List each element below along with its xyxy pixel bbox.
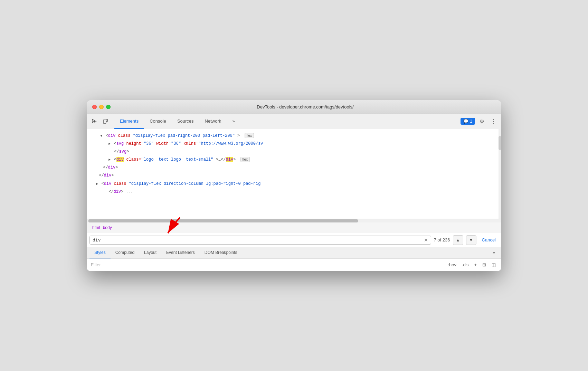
- devtools-window: DevTools - developer.chrome.com/tags/dev…: [87, 100, 501, 271]
- title-bar: DevTools - developer.chrome.com/tags/dev…: [87, 100, 501, 114]
- breadcrumb-body[interactable]: body: [102, 225, 113, 231]
- triangle-7: ▶: [96, 182, 98, 186]
- flex-badge-2: flex: [240, 157, 250, 162]
- search-bar: ✕ 7 of 236 ▲ ▼ Cancel: [87, 233, 501, 247]
- scrollbar-thumb: [499, 136, 501, 150]
- search-prev-button[interactable]: ▲: [453, 235, 463, 245]
- tab-elements[interactable]: Elements: [114, 114, 144, 129]
- dom-line-1[interactable]: ▼ <div class="display-flex pad-right-200…: [87, 132, 501, 140]
- traffic-lights: [92, 105, 111, 109]
- devtools-toolbar: Elements Console Sources Network » 💬 1 ⚙…: [87, 114, 501, 129]
- triangle-4: ▶: [108, 158, 111, 162]
- triangle-1: ▼: [100, 134, 102, 138]
- dom-line-7[interactable]: ▶ <div class="display-flex direction-col…: [87, 180, 501, 188]
- window-title: DevTools - developer.chrome.com/tags/dev…: [115, 104, 496, 110]
- tab-more[interactable]: »: [227, 114, 240, 129]
- device-icon[interactable]: [101, 116, 110, 126]
- dom-panel: ▼ <div class="display-flex pad-right-200…: [87, 129, 501, 219]
- search-count: 7 of 236: [434, 237, 450, 242]
- hov-button[interactable]: :hov: [446, 261, 458, 268]
- breadcrumb-html[interactable]: html: [91, 225, 102, 231]
- search-clear-icon[interactable]: ✕: [424, 237, 428, 243]
- comment-icon: 💬: [463, 119, 468, 124]
- plus-icon: +: [474, 262, 477, 267]
- filter-actions: :hov .cls + ⊞ ◫: [446, 261, 497, 268]
- tab-dom-breakpoints[interactable]: DOM Breakpoints: [200, 247, 242, 258]
- comment-badge[interactable]: 💬 1: [461, 118, 475, 125]
- sidebar-toggle-button[interactable]: ◫: [490, 261, 497, 268]
- search-input[interactable]: [93, 237, 422, 242]
- tab-network[interactable]: Network: [199, 114, 227, 129]
- search-input-wrapper: ✕: [89, 236, 431, 245]
- tab-more-bottom[interactable]: »: [489, 247, 499, 258]
- tab-sources[interactable]: Sources: [172, 114, 199, 129]
- devtools-tabs: Elements Console Sources Network »: [114, 114, 461, 129]
- vertical-scrollbar[interactable]: [499, 129, 501, 219]
- dom-line-4[interactable]: ▶ <div class="logo__text logo__text-smal…: [87, 156, 501, 164]
- comment-count: 1: [470, 119, 472, 124]
- horizontal-scrollbar-thumb: [88, 219, 358, 222]
- search-next-button[interactable]: ▼: [466, 235, 476, 245]
- close-button[interactable]: [92, 105, 97, 109]
- bottom-panel: Styles Computed Layout Event Listeners D…: [87, 247, 501, 271]
- triangle-2: ▶: [108, 142, 111, 146]
- tab-layout[interactable]: Layout: [139, 247, 161, 258]
- force-icon: ⊞: [482, 262, 486, 267]
- toolbar-icons: [89, 116, 110, 126]
- filter-bar: Filter :hov .cls + ⊞ ◫: [87, 259, 501, 271]
- filter-label: Filter: [91, 262, 444, 267]
- dom-line-8[interactable]: </div> ...: [87, 188, 501, 196]
- cls-button[interactable]: .cls: [461, 261, 470, 268]
- horizontal-scrollbar[interactable]: [87, 219, 501, 222]
- tab-computed[interactable]: Computed: [111, 247, 139, 258]
- dom-line-3[interactable]: </svg>: [87, 148, 501, 156]
- dom-line-2[interactable]: ▶ <svg height="36" width="36" xmlns="htt…: [87, 140, 501, 148]
- dom-line-5[interactable]: </div>: [87, 164, 501, 172]
- sidebar-icon: ◫: [492, 262, 496, 267]
- tab-event-listeners[interactable]: Event Listeners: [161, 247, 200, 258]
- styles-tabs: Styles Computed Layout Event Listeners D…: [87, 247, 501, 259]
- minimize-button[interactable]: [99, 105, 104, 109]
- tab-console[interactable]: Console: [144, 114, 172, 129]
- flex-badge-1: flex: [245, 133, 254, 138]
- settings-icon[interactable]: ⚙: [477, 116, 487, 126]
- svg-rect-0: [103, 120, 106, 123]
- svg-rect-1: [106, 119, 107, 122]
- force-state-button[interactable]: ⊞: [481, 261, 487, 268]
- breadcrumb-bar: html body: [87, 222, 501, 233]
- add-rule-button[interactable]: +: [473, 261, 478, 268]
- toolbar-right: 💬 1 ⚙ ⋮: [461, 116, 499, 126]
- dom-line-6[interactable]: </div>: [87, 172, 501, 180]
- search-cancel-button[interactable]: Cancel: [479, 236, 499, 244]
- inspect-icon[interactable]: [89, 116, 99, 126]
- more-options-icon[interactable]: ⋮: [489, 116, 499, 126]
- tab-styles[interactable]: Styles: [89, 247, 111, 258]
- maximize-button[interactable]: [106, 105, 111, 109]
